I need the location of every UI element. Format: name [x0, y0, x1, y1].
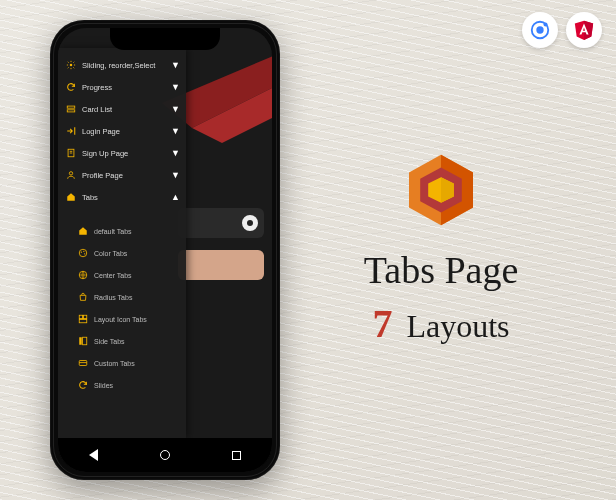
menu-item-label: Tabs [82, 193, 98, 202]
signup-icon [66, 148, 76, 158]
nav-recent-icon[interactable] [232, 451, 241, 460]
svg-rect-23 [83, 315, 86, 318]
promo-block: Tabs Page 7 Layouts [306, 150, 576, 347]
refresh-icon [78, 380, 88, 390]
menu-item-label: Card List [82, 105, 112, 114]
menu-item-progress[interactable]: Progress▼ [58, 76, 186, 98]
submenu-item-label: Center Tabs [94, 272, 132, 279]
login-icon [66, 126, 76, 136]
menu-item-label: Login Page [82, 127, 120, 136]
eye-icon[interactable] [242, 215, 258, 231]
globe-icon [78, 270, 88, 280]
cardlist-icon [66, 104, 76, 114]
submenu-item-layout-icon-tabs[interactable]: Layout Icon Tabs [58, 308, 186, 330]
submenu-item-slides[interactable]: Slides [58, 374, 186, 396]
side-icon [78, 336, 88, 346]
submenu-item-radius-tabs[interactable]: Radius Tabs [58, 286, 186, 308]
menu-item-label: Progress [82, 83, 112, 92]
bag-icon [78, 292, 88, 302]
phone-screen: Sliding, reorder,Select▼Progress▼Card Li… [58, 28, 272, 472]
menu-item-label: Sign Up Page [82, 149, 128, 158]
svg-point-18 [81, 252, 82, 253]
phone-frame: Sliding, reorder,Select▼Progress▼Card Li… [50, 20, 280, 480]
submenu-item-side-tabs[interactable]: Side Tabs [58, 330, 186, 352]
svg-point-12 [70, 64, 73, 67]
submenu-item-default-tabs[interactable]: default Tabs [58, 220, 186, 242]
svg-rect-24 [79, 319, 87, 322]
promo-title: Tabs Page [306, 248, 576, 292]
menu-item-label: Sliding, reorder,Select [82, 61, 155, 70]
password-field[interactable] [178, 208, 264, 238]
nav-back-icon[interactable] [89, 449, 98, 461]
promo-subtitle: 7 Layouts [306, 300, 576, 347]
submenu-item-label: Layout Icon Tabs [94, 316, 147, 323]
side-drawer: Sliding, reorder,Select▼Progress▼Card Li… [58, 48, 186, 438]
home-icon [78, 226, 88, 236]
menu-item-tabs[interactable]: Tabs▲ [58, 186, 186, 208]
chevron-up-icon: ▲ [171, 192, 180, 202]
submenu-item-label: default Tabs [94, 228, 132, 235]
menu-item-sign-up-page[interactable]: Sign Up Page▼ [58, 142, 186, 164]
android-nav-bar [58, 438, 272, 472]
svg-rect-25 [79, 337, 82, 345]
framework-badges [522, 12, 602, 48]
nav-home-icon[interactable] [160, 450, 170, 460]
submenu-item-color-tabs[interactable]: Color Tabs [58, 242, 186, 264]
submenu-item-label: Slides [94, 382, 113, 389]
svg-rect-14 [67, 110, 75, 112]
menu-item-login-page[interactable]: Login Page▼ [58, 120, 186, 142]
chevron-down-icon: ▼ [171, 82, 180, 92]
submenu-item-label: Custom Tabs [94, 360, 135, 367]
chevron-down-icon: ▼ [171, 60, 180, 70]
svg-point-2 [543, 22, 547, 26]
svg-rect-13 [67, 106, 75, 108]
svg-point-16 [69, 172, 72, 175]
menu-item-profile-page[interactable]: Profile Page▼ [58, 164, 186, 186]
chevron-down-icon: ▼ [171, 148, 180, 158]
gear-icon [66, 60, 76, 70]
submenu-item-label: Side Tabs [94, 338, 125, 345]
submenu-item-center-tabs[interactable]: Center Tabs [58, 264, 186, 286]
ionic-icon [522, 12, 558, 48]
angular-icon [566, 12, 602, 48]
profile-icon [66, 170, 76, 180]
svg-rect-26 [83, 337, 87, 345]
submenu-item-custom-tabs[interactable]: Custom Tabs [58, 352, 186, 374]
svg-point-1 [536, 26, 543, 33]
phone-notch [110, 28, 220, 50]
svg-point-19 [83, 251, 84, 252]
refresh-icon [66, 82, 76, 92]
svg-point-20 [84, 253, 85, 254]
card-icon [78, 358, 88, 368]
menu-item-card-list[interactable]: Card List▼ [58, 98, 186, 120]
submenu-item-label: Radius Tabs [94, 294, 132, 301]
submenu-item-label: Color Tabs [94, 250, 127, 257]
menu-item-sliding-reorder-select[interactable]: Sliding, reorder,Select▼ [58, 54, 186, 76]
chevron-down-icon: ▼ [171, 170, 180, 180]
promo-subtitle-rest: Layouts [398, 308, 509, 344]
chevron-down-icon: ▼ [171, 126, 180, 136]
menu-item-label: Profile Page [82, 171, 123, 180]
palette-icon [78, 248, 88, 258]
svg-rect-22 [79, 315, 82, 318]
svg-point-17 [79, 249, 87, 257]
hex-logo-icon [401, 150, 481, 230]
chevron-down-icon: ▼ [171, 104, 180, 114]
promo-count: 7 [372, 301, 392, 346]
login-button[interactable] [178, 250, 264, 280]
home-icon [66, 192, 76, 202]
layout-icon [78, 314, 88, 324]
